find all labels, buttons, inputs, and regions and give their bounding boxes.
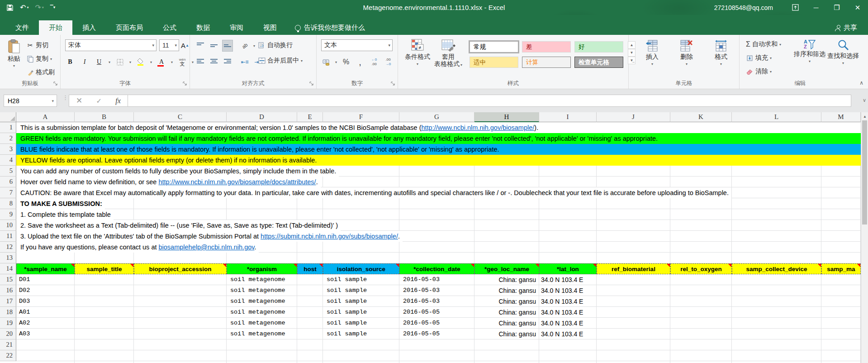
cell-H18[interactable]: China: gansu: [474, 307, 539, 318]
cell-I15[interactable]: 34.0 N 103.4 E: [539, 274, 596, 285]
phonetic-guide-icon[interactable]: wén文: [177, 57, 187, 67]
field-header-lat_lon[interactable]: *lat_lon: [539, 263, 597, 274]
cell-D15[interactable]: soil metagenome: [227, 274, 297, 285]
increase-decimal-icon[interactable]: ←0.00: [369, 57, 379, 67]
align-right-icon[interactable]: [223, 57, 232, 67]
cell-F18[interactable]: soil sample: [323, 307, 399, 318]
row-header-18[interactable]: 18: [0, 307, 16, 318]
merge-center-button[interactable]: 合并后居中▾: [258, 57, 303, 65]
row-header-4[interactable]: 4: [0, 155, 16, 166]
clipboard-dialog-launcher-icon[interactable]: [53, 81, 59, 87]
cell-D19[interactable]: soil metagenome: [227, 318, 297, 329]
field-header-rel_to_oxygen[interactable]: rel_to_oxygen: [670, 263, 732, 274]
cell-style-calculation[interactable]: 计算: [522, 57, 571, 68]
row-header-14[interactable]: 14: [0, 263, 16, 274]
row-header-1[interactable]: 1: [0, 122, 16, 133]
close-button[interactable]: ✕: [847, 0, 868, 15]
find-select-button[interactable]: 查找和选择▾: [826, 39, 860, 65]
delete-cells-button[interactable]: 删除▾: [674, 39, 699, 66]
account-name[interactable]: 272108548@qq.com: [714, 4, 773, 11]
cell-I18[interactable]: 34.0 N 103.4 E: [539, 307, 596, 318]
cell-G15[interactable]: 2016-05-03: [399, 274, 474, 285]
field-header-collection_date[interactable]: *collection_date: [399, 263, 474, 274]
sort-filter-button[interactable]: AZ 排序和筛选▾: [793, 39, 826, 63]
field-header-bioproject_accession[interactable]: bioproject_accession: [134, 263, 227, 274]
tab-insert[interactable]: 插入: [72, 20, 106, 35]
select-all-corner[interactable]: [0, 112, 16, 122]
cell-style-bad[interactable]: 差: [522, 41, 571, 53]
row-header-22[interactable]: 22: [0, 350, 16, 361]
cell-H19[interactable]: China: gansu: [474, 318, 539, 329]
tell-me-box[interactable]: 告诉我你想要做什么: [287, 20, 373, 35]
share-button[interactable]: 共享: [829, 20, 863, 35]
font-name-select[interactable]: 宋体▾: [65, 39, 157, 51]
cell-I17[interactable]: 34.0 N 103.4 E: [539, 296, 596, 307]
column-header-J[interactable]: J: [597, 112, 670, 122]
tab-view[interactable]: 视图: [253, 20, 287, 35]
format-cells-button[interactable]: 格式▾: [708, 39, 734, 66]
cell-F19[interactable]: soil sample: [323, 318, 399, 329]
clear-button[interactable]: 清除▾: [746, 67, 772, 76]
row-header-19[interactable]: 19: [0, 318, 16, 329]
cell-I16[interactable]: 34.0 N 103.4 E: [539, 285, 596, 296]
row-header-13[interactable]: 13: [0, 253, 16, 263]
increase-font-icon[interactable]: A▲: [180, 40, 190, 51]
column-header-D[interactable]: D: [227, 112, 297, 122]
field-header-geo_loc_name[interactable]: *geo_loc_name: [474, 263, 539, 274]
cell-D18[interactable]: soil metagenome: [227, 307, 297, 318]
hyperlink[interactable]: https://submit.ncbi.nlm.nih.gov/subs/bio…: [261, 233, 398, 240]
cell-A16[interactable]: D02: [16, 285, 74, 296]
column-header-I[interactable]: I: [539, 112, 597, 122]
row-header-5[interactable]: 5: [0, 166, 16, 177]
cell-G20[interactable]: 2016-05-05: [399, 329, 474, 339]
tab-review[interactable]: 审阅: [220, 20, 253, 35]
cell-F15[interactable]: soil sample: [323, 274, 399, 285]
formula-bar-expand-icon[interactable]: ∨: [863, 97, 866, 103]
field-header-sample_name[interactable]: *sample_name: [16, 263, 75, 274]
comma-style-icon[interactable]: ,: [355, 57, 365, 67]
format-painter-button[interactable]: 格式刷: [26, 68, 55, 76]
column-header-M[interactable]: M: [821, 112, 861, 122]
cell-D16[interactable]: soil metagenome: [227, 285, 297, 296]
hyperlink[interactable]: biosamplehelp@ncbi.nlm.nih.gov: [159, 244, 255, 251]
decrease-indent-icon[interactable]: ⇤≡: [240, 57, 250, 67]
scrollbar-thumb[interactable]: [862, 120, 867, 224]
orientation-icon[interactable]: ab: [240, 40, 250, 51]
field-header-ref_biomaterial[interactable]: ref_biomaterial: [597, 263, 670, 274]
number-format-select[interactable]: 文本▾: [321, 39, 393, 51]
field-header-sample_title[interactable]: sample_title: [75, 263, 134, 274]
row-header-16[interactable]: 16: [0, 285, 16, 296]
cell-A19[interactable]: A02: [16, 318, 74, 329]
row-header-2[interactable]: 2: [0, 133, 16, 144]
vertical-scrollbar[interactable]: ▲: [861, 112, 868, 363]
tab-data[interactable]: 数据: [186, 20, 220, 35]
enter-icon[interactable]: ✓: [96, 97, 102, 105]
cell-style-normal[interactable]: 常规: [470, 41, 518, 53]
cell-style-check-cell[interactable]: 检查单元格: [574, 57, 623, 68]
cut-button[interactable]: ✂ 剪切: [26, 41, 48, 49]
hyperlink[interactable]: http://www.ncbi.nlm.nih.gov/biosample/: [421, 124, 534, 131]
cell-D20[interactable]: soil metagenome: [227, 329, 297, 339]
align-bottom-icon[interactable]: [223, 40, 232, 51]
row-header-6[interactable]: 6: [0, 177, 16, 187]
column-header-C[interactable]: C: [134, 112, 227, 122]
fill-color-icon[interactable]: [136, 57, 146, 67]
cell-F16[interactable]: soil sample: [323, 285, 399, 296]
cell-G19[interactable]: 2016-05-05: [399, 318, 474, 329]
cell-H20[interactable]: China: gansu: [474, 329, 539, 339]
tab-formulas[interactable]: 公式: [153, 20, 186, 35]
cell-I19[interactable]: 34.0 N 103.4 E: [539, 318, 596, 329]
cell-style-good[interactable]: 好: [574, 41, 623, 53]
field-header-samp_ma[interactable]: samp_ma: [821, 263, 861, 274]
row-header-3[interactable]: 3: [0, 144, 16, 155]
field-header-organism[interactable]: *organism: [227, 263, 297, 274]
column-header-L[interactable]: L: [732, 112, 821, 122]
align-left-icon[interactable]: [195, 57, 205, 67]
paste-button[interactable]: 粘贴 ▾: [4, 39, 24, 68]
cell-F17[interactable]: soil sample: [323, 296, 399, 307]
row-header-15[interactable]: 15: [0, 274, 16, 285]
scroll-up-icon[interactable]: ▲: [861, 112, 868, 120]
copy-button[interactable]: 复制▾: [26, 55, 52, 63]
align-middle-icon[interactable]: [209, 40, 219, 51]
row-header-12[interactable]: 12: [0, 242, 16, 253]
